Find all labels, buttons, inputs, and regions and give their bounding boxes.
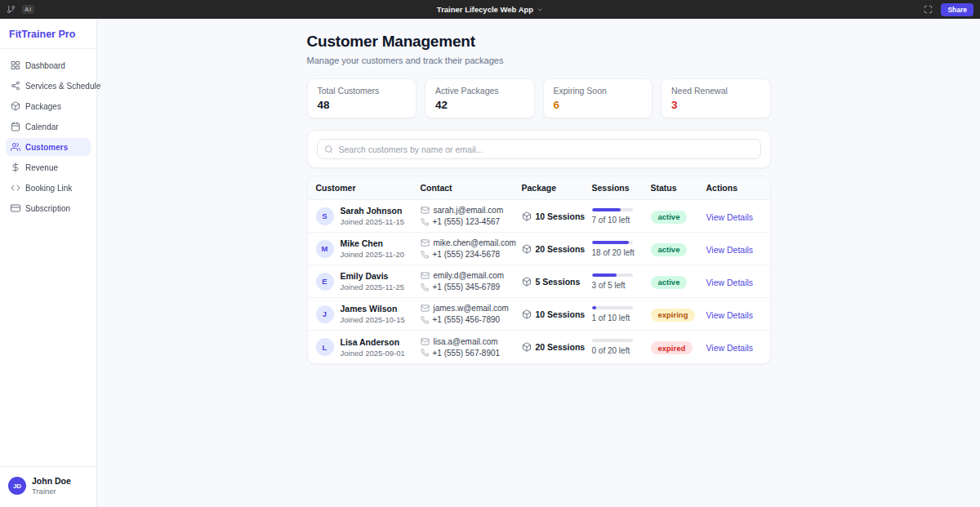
sessions-remaining: 18 of 20 left [592, 248, 651, 257]
table-row: M Mike Chen Joined 2025-11-20 mike.chen@… [308, 233, 770, 265]
phone-icon [421, 283, 429, 291]
sidebar-item-label: Revenue [25, 163, 58, 172]
sidebar-item-label: Subscription [25, 204, 70, 213]
revenue-icon [11, 162, 20, 172]
main-area: Customer Management Manage your customer… [97, 0, 980, 507]
ai-badge: AI [22, 5, 34, 14]
mail-icon [421, 337, 430, 346]
customer-phone: +1 (555) 456-7890 [433, 315, 501, 324]
customer-avatar: E [316, 273, 334, 291]
avatar: JD [8, 477, 26, 495]
dashboard-icon [11, 60, 20, 70]
sessions-progress-bar [592, 306, 633, 309]
sidebar: FitTrainer Pro Dashboard Services & Sche… [0, 19, 97, 507]
phone-icon [421, 316, 429, 324]
package-icon [522, 277, 532, 287]
topbar-left: AI [7, 5, 137, 14]
app-title-menu[interactable]: Trainer Lifecycle Web App [137, 5, 843, 14]
table-header: Customer Contact Package Sessions Status… [308, 176, 770, 200]
sessions-progress-bar [592, 241, 633, 244]
customer-name: James Wilson [341, 304, 405, 314]
search-icon [324, 145, 333, 153]
sidebar-item-booking-link[interactable]: Booking Link [6, 179, 91, 197]
stat-label: Need Renewal [671, 86, 760, 96]
customer-joined-date: Joined 2025-11-15 [341, 217, 405, 226]
customer-name: Mike Chen [341, 238, 405, 248]
sidebar-item-services-schedule[interactable]: Services & Schedule [6, 77, 91, 95]
sidebar-item-subscription[interactable]: Subscription [6, 199, 91, 217]
phone-icon [421, 349, 429, 357]
table-row: S Sarah Johnson Joined 2025-11-15 sarah.… [308, 200, 770, 233]
sidebar-item-label: Packages [25, 102, 61, 111]
sessions-progress-bar [592, 208, 633, 211]
sessions-remaining: 7 of 10 left [592, 216, 651, 225]
package-name: 20 Sessions [536, 342, 586, 352]
sidebar-item-dashboard[interactable]: Dashboard [6, 56, 91, 74]
stat-label: Active Packages [435, 86, 524, 96]
user-role: Trainer [32, 487, 71, 496]
topbar-right: Share [843, 3, 973, 16]
customer-email: lisa.a@email.com [434, 337, 498, 346]
column-header-package: Package [522, 183, 592, 193]
sidebar-item-revenue[interactable]: Revenue [6, 158, 91, 176]
stat-value: 42 [435, 99, 524, 111]
customer-avatar: S [316, 207, 334, 225]
stat-value: 6 [554, 99, 643, 111]
column-header-sessions: Sessions [592, 183, 651, 193]
packages-icon [11, 101, 20, 111]
package-icon [522, 244, 532, 254]
customer-joined-date: Joined 2025-09-01 [341, 349, 405, 358]
customer-name: Emily Davis [341, 271, 405, 281]
share-button[interactable]: Share [941, 3, 973, 16]
sidebar-nav: Dashboard Services & Schedule Packages C… [0, 49, 96, 227]
stat-card-active-packages: Active Packages 42 [425, 78, 535, 118]
customer-name: Lisa Anderson [341, 337, 405, 347]
package-icon [522, 211, 532, 221]
stat-card-need-renewal: Need Renewal 3 [661, 78, 771, 118]
package-icon [522, 342, 532, 352]
customers-table: Customer Contact Package Sessions Status… [307, 176, 771, 364]
table-row: E Emily Davis Joined 2025-11-25 emily.d@… [308, 265, 770, 298]
status-badge: active [651, 276, 688, 289]
status-badge: active [651, 211, 688, 224]
stat-card-expiring-soon: Expiring Soon 6 [543, 78, 653, 118]
sidebar-item-packages[interactable]: Packages [6, 97, 91, 115]
view-details-link[interactable]: View Details [706, 212, 754, 222]
mail-icon [421, 304, 430, 313]
customer-phone: +1 (555) 123-4567 [433, 217, 501, 226]
services-icon [11, 81, 20, 91]
sidebar-item-calendar[interactable]: Calendar [6, 118, 91, 136]
sessions-remaining: 3 of 5 left [592, 281, 651, 290]
view-details-link[interactable]: View Details [706, 343, 754, 353]
app-title: Trainer Lifecycle Web App [437, 5, 533, 14]
view-details-link[interactable]: View Details [706, 245, 754, 255]
git-branch-icon[interactable] [7, 5, 16, 14]
column-header-contact: Contact [421, 183, 522, 193]
mail-icon [421, 271, 430, 280]
sessions-progress-bar [592, 339, 633, 342]
search-card [307, 130, 771, 168]
sidebar-item-label: Booking Link [25, 184, 72, 193]
customer-phone: +1 (555) 567-8901 [433, 349, 501, 358]
phone-icon [421, 218, 429, 226]
stat-card-total-customers: Total Customers 48 [307, 78, 417, 118]
package-name: 20 Sessions [536, 244, 586, 254]
customer-avatar: J [316, 305, 334, 323]
mail-icon [421, 206, 430, 215]
column-header-actions: Actions [706, 183, 764, 193]
view-details-link[interactable]: View Details [706, 278, 754, 287]
search-input[interactable] [317, 139, 761, 159]
customer-joined-date: Joined 2025-11-20 [341, 250, 405, 259]
sidebar-item-label: Calendar [25, 122, 59, 131]
customer-email: mike.chen@email.com [434, 238, 516, 247]
customers-icon [11, 142, 20, 152]
fullscreen-icon[interactable] [924, 5, 933, 14]
view-details-link[interactable]: View Details [706, 310, 754, 320]
user-name: John Doe [32, 476, 71, 486]
column-header-customer: Customer [316, 183, 421, 193]
stats-row: Total Customers 48 Active Packages 42 Ex… [307, 78, 771, 118]
sidebar-item-customers[interactable]: Customers [6, 138, 91, 156]
sessions-progress-bar [592, 274, 633, 277]
stat-value: 3 [671, 99, 760, 111]
status-badge: expired [651, 341, 693, 354]
